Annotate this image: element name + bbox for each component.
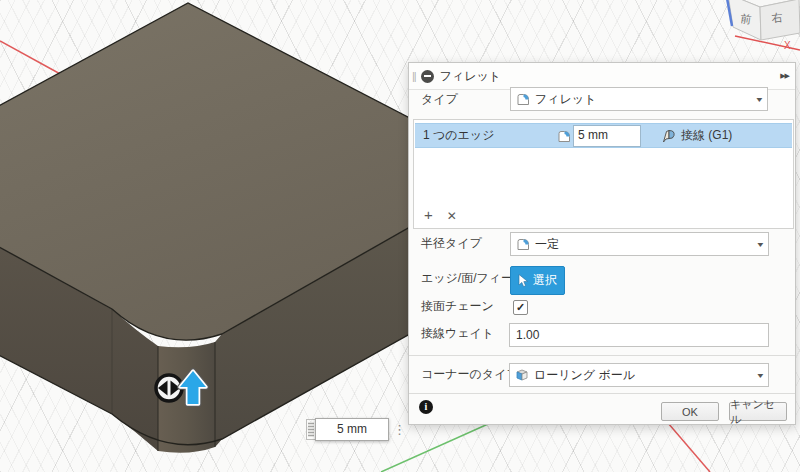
corner-type-label: コーナーのタイプ <box>421 362 519 386</box>
radius-type-value: 一定 <box>535 236 559 253</box>
cancel-button[interactable]: キャンセル <box>729 402 787 421</box>
dialog-title: フィレット <box>440 68 501 85</box>
chevron-down-icon: ▼ <box>756 372 766 379</box>
cursor-icon <box>518 274 530 288</box>
continuity-value: 接線 (G1) <box>681 127 732 144</box>
edge-radius-input[interactable]: 5 mm <box>573 125 641 147</box>
corner-type-dropdown[interactable]: ローリング ボール ▼ <box>509 363 769 387</box>
chevron-down-icon: ▼ <box>755 96 765 103</box>
tangent-weight-input[interactable]: 1.00 <box>509 323 769 347</box>
rolling-ball-corner-icon <box>514 367 530 383</box>
corner-type-value: ローリング ボール <box>534 367 635 384</box>
radius-dimension-input[interactable]: 5 mm <box>315 418 389 441</box>
radius-type-dropdown[interactable]: 一定 ▼ <box>510 232 769 256</box>
edge-set-list: 1 つのエッジ 5 mm 接線 (G1) + ✕ <box>413 119 794 229</box>
tangent-chain-label: 接面チェーン <box>421 298 494 314</box>
collapse-panel-icon[interactable]: ▶▶ <box>780 72 789 80</box>
type-value: フィレット <box>535 91 596 108</box>
add-edge-set-button[interactable]: + <box>424 207 433 224</box>
viewcube-front-label: 前 <box>739 12 753 26</box>
section-divider <box>409 355 795 356</box>
select-button[interactable]: 選択 <box>510 266 565 295</box>
fillet-dialog: || フィレット ▶▶ タイプ フィレット ▼ 1 つのエッジ 5 mm 接線 … <box>408 62 796 425</box>
tangent-chain-checkbox[interactable]: ✓ <box>513 300 528 315</box>
info-icon[interactable]: i <box>419 400 433 414</box>
dialog-header[interactable]: || フィレット ▶▶ <box>409 63 795 90</box>
ok-button[interactable]: OK <box>661 402 719 421</box>
viewcube[interactable]: 前 右 X <box>727 0 800 51</box>
dialog-command-icon <box>421 70 434 83</box>
dimension-drag-grip[interactable] <box>306 419 315 440</box>
dimension-menu-icon[interactable]: ⋮ <box>393 425 406 435</box>
dimension-widget[interactable]: 5 mm ⋮ <box>306 418 406 441</box>
tangent-weight-label: 接線ウェイト <box>421 321 494 345</box>
remove-edge-set-button[interactable]: ✕ <box>447 207 457 224</box>
select-button-label: 選択 <box>533 272 557 289</box>
viewcube-right-label: 右 <box>771 11 783 24</box>
dialog-grip-icon[interactable]: || <box>412 70 416 82</box>
footer-divider <box>409 393 795 394</box>
constant-radius-icon <box>515 236 531 252</box>
edge-count-label: 1 つのエッジ <box>423 127 494 144</box>
type-dropdown[interactable]: フィレット ▼ <box>510 87 768 111</box>
fillet-radius-icon <box>556 128 572 144</box>
fillet-type-icon <box>515 91 531 107</box>
tangent-continuity-icon <box>661 128 677 144</box>
radius-type-label: 半径タイプ <box>421 231 482 255</box>
edge-set-row[interactable]: 1 つのエッジ 5 mm 接線 (G1) <box>415 123 792 148</box>
type-label: タイプ <box>421 87 458 111</box>
chevron-down-icon: ▼ <box>756 241 766 248</box>
x-axis-line-topleft <box>0 41 63 76</box>
viewcube-x-axis-label: X <box>784 40 791 51</box>
